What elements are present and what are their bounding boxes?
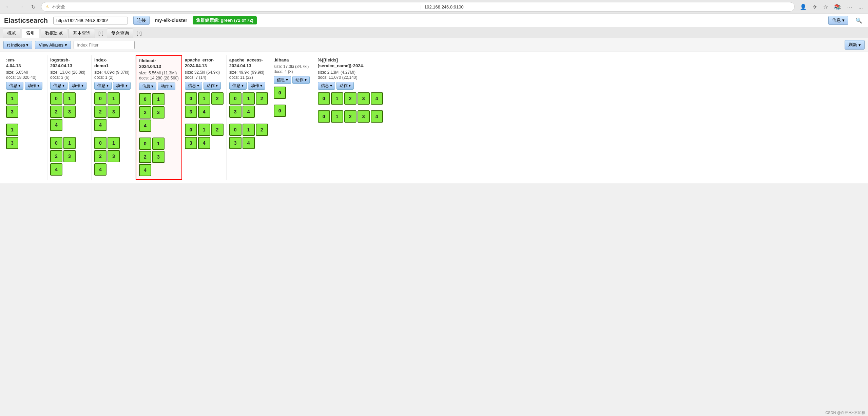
shard-cell: 3 <box>152 151 165 163</box>
shard-cell: 3 <box>108 106 120 118</box>
action-button[interactable]: 动作 ▾ <box>25 82 42 90</box>
shard-row: 34 <box>185 137 224 149</box>
index-name: %{[fields][service_name]}-2024. <box>318 57 383 69</box>
forward-button[interactable]: → <box>16 3 26 11</box>
import-indices-button[interactable]: rt Indices ▾ <box>3 41 32 49</box>
tab-overview[interactable]: 概览 <box>3 29 20 38</box>
index-size: size: 17.3ki (34.7ki) <box>274 64 312 69</box>
index-size: size: 5.65Mi <box>6 70 44 75</box>
shard-cell: 1 <box>152 93 165 105</box>
search-icon[interactable]: 🔍 <box>854 17 864 24</box>
shard-row: 23 <box>94 106 133 118</box>
star-icon[interactable]: ☆ <box>822 3 830 11</box>
back-button[interactable]: ← <box>3 3 13 11</box>
index-name: .kibana <box>274 57 312 63</box>
refresh-button[interactable]: 刷新 ▾ <box>845 40 865 50</box>
refresh-browser-button[interactable]: ↻ <box>29 3 38 11</box>
action-button[interactable]: 动作 ▾ <box>292 76 310 84</box>
shard-row: 01 <box>50 137 89 149</box>
shard-row: 012 <box>185 92 224 105</box>
info-action-button[interactable]: 信息 ▾ <box>318 82 335 90</box>
index-column-col4: apache_error-2024.04.13size: 32.5ki (64.… <box>182 55 227 180</box>
action-button[interactable]: 动作 ▾ <box>248 82 265 90</box>
action-row: 信息 ▾动作 ▾ <box>139 83 179 90</box>
browser-settings-icon[interactable]: ⋯ <box>845 3 854 11</box>
app-header: Elasticsearch 连接 my-elk-cluster 集群健康值: g… <box>0 14 868 27</box>
connect-button[interactable]: 连接 <box>133 16 150 25</box>
action-button[interactable]: 动作 ▾ <box>336 82 354 90</box>
shard-row: 34 <box>229 106 268 118</box>
primary-shards: 01234 <box>185 92 224 118</box>
action-row: 信息 ▾动作 ▾ <box>185 82 224 90</box>
shard-cell: 4 <box>198 137 210 149</box>
shard-row: 4 <box>139 120 179 132</box>
info-action-button[interactable]: 信息 ▾ <box>6 82 23 90</box>
shard-cell: 0 <box>318 92 330 105</box>
info-action-button[interactable]: 信息 ▾ <box>50 82 67 90</box>
index-docs: docs: 1 (2) <box>94 75 133 80</box>
index-name: apache_access-2024.04.13 <box>229 57 268 69</box>
shard-cell: 1 <box>198 124 210 136</box>
index-name: apache_error-2024.04.13 <box>185 57 224 69</box>
shard-cell: 0 <box>50 137 62 149</box>
cluster-url-input[interactable] <box>53 17 128 24</box>
tab-complex-query[interactable]: 复合查询 <box>107 29 133 38</box>
shard-cell: 2 <box>50 106 62 118</box>
shard-cell: 0 <box>50 92 62 105</box>
info-action-button[interactable]: 信息 ▾ <box>274 76 291 84</box>
shard-row: 3 <box>6 106 44 118</box>
shard-cell: 3 <box>63 150 76 162</box>
shard-cell: 4 <box>243 106 255 118</box>
more-button[interactable]: ... <box>857 3 865 11</box>
index-name: filebeat-2024.04.13 <box>139 58 179 70</box>
info-action-button[interactable]: 信息 ▾ <box>94 82 112 90</box>
shard-cell: 4 <box>139 164 151 176</box>
replica-shards: 01234 <box>50 137 89 176</box>
shard-row: 01234 <box>318 92 383 105</box>
shard-cell: 1 <box>198 92 210 105</box>
action-button[interactable]: 动作 ▾ <box>158 83 175 90</box>
action-row: 信息 ▾动作 ▾ <box>50 82 89 90</box>
info-action-button[interactable]: 信息 ▾ <box>139 83 156 90</box>
view-aliases-label: View Aliases <box>39 42 63 48</box>
action-button[interactable]: 动作 ▾ <box>113 82 130 90</box>
info-action-button[interactable]: 信息 ▾ <box>229 82 247 90</box>
action-button[interactable]: 动作 ▾ <box>69 82 86 90</box>
shard-cell: 1 <box>108 92 120 105</box>
shard-row: 34 <box>229 137 268 149</box>
shard-row: 0 <box>274 105 312 117</box>
index-docs: docs: 14,280 (28,560) <box>139 76 179 80</box>
collection-icon[interactable]: 📚 <box>832 3 843 11</box>
shard-cell: 1 <box>152 138 165 150</box>
shard-row: 01234 <box>318 110 383 123</box>
action-button[interactable]: 动作 ▾ <box>204 82 221 90</box>
shard-cell: 1 <box>243 124 255 136</box>
index-name: :em-4.04.13 <box>6 57 44 69</box>
shard-cell: 0 <box>318 110 330 123</box>
tab-index[interactable]: 索引 <box>22 29 39 38</box>
shard-row: 23 <box>139 151 179 163</box>
primary-shards: 13 <box>6 92 44 118</box>
info-button[interactable]: 信息 ▾ <box>828 16 848 25</box>
shard-row: 01 <box>94 137 133 149</box>
index-filter-input[interactable] <box>74 41 135 49</box>
action-row: 信息 ▾动作 ▾ <box>229 82 268 90</box>
url-text: 不安全 <box>52 4 418 10</box>
shard-cell: 1 <box>243 92 255 105</box>
shard-row: 1 <box>6 124 44 136</box>
profile-icon[interactable]: 👤 <box>798 3 808 11</box>
tab-basic-query[interactable]: 基本查询 <box>69 29 95 38</box>
shard-cell: 2 <box>344 92 356 105</box>
view-aliases-button[interactable]: View Aliases ▾ <box>35 41 71 49</box>
extension-icon[interactable]: ✈ <box>811 3 819 11</box>
tab-data-browse[interactable]: 数据浏览 <box>41 29 67 38</box>
shard-cell: 2 <box>50 150 62 162</box>
shard-row: 012 <box>229 92 268 105</box>
shard-row: 4 <box>139 164 179 176</box>
shard-cell: 3 <box>6 137 18 149</box>
info-action-button[interactable]: 信息 ▾ <box>185 82 202 90</box>
add-tab-basic[interactable]: [+] <box>96 29 105 38</box>
cluster-name: my-elk-cluster <box>155 18 187 23</box>
shard-cell: 1 <box>108 137 120 149</box>
add-tab-complex[interactable]: [+] <box>135 29 144 38</box>
